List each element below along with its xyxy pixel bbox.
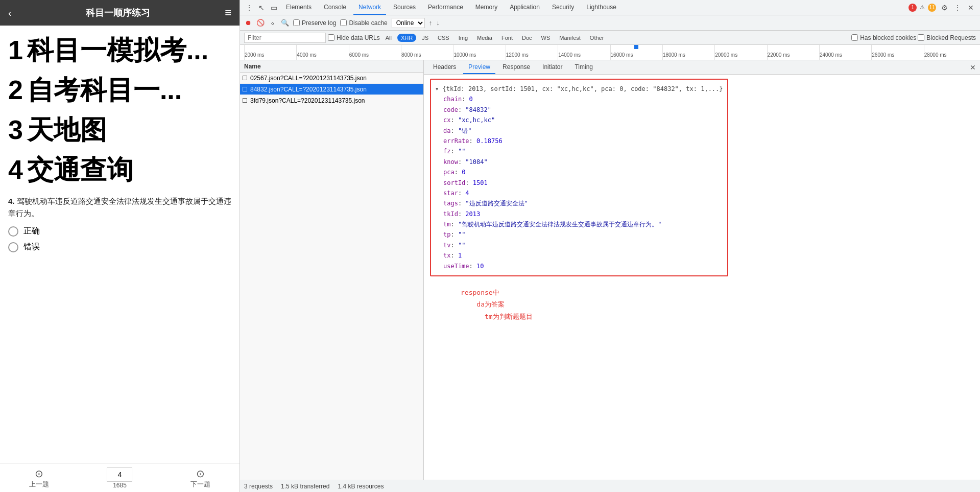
clear-button[interactable]: 🚫 xyxy=(256,19,265,27)
blocked-requests-checkbox[interactable]: Blocked Requests xyxy=(918,34,976,41)
prev-label: 上一题 xyxy=(29,480,49,489)
hide-data-urls-input[interactable] xyxy=(328,34,334,41)
tab-security[interactable]: Security xyxy=(547,0,579,15)
record-button[interactable]: ⏺ xyxy=(244,19,252,27)
devtools-tabbar: ⋮ ↖ ▭ Elements Console Network Sources P… xyxy=(240,0,980,15)
question-text: 4. 驾驶机动车违反道路交通安全法律法规发生交通事故属于交通违章行为。 xyxy=(8,195,231,220)
tab-elements[interactable]: Elements xyxy=(281,0,317,15)
preserve-log-label: Preserve log xyxy=(302,19,336,27)
menu-item-3[interactable]: 3天地图 xyxy=(8,110,231,150)
filter-font[interactable]: Font xyxy=(498,34,516,42)
requests-count: 3 requests xyxy=(244,483,273,490)
menu-item-4[interactable]: 4交通查询 xyxy=(8,150,231,190)
detail-tab-headers[interactable]: Headers xyxy=(428,60,461,74)
detail-tab-initiator[interactable]: Initiator xyxy=(537,60,567,74)
question-number: 4. xyxy=(8,197,15,205)
filter-css[interactable]: CSS xyxy=(434,34,453,42)
disable-cache-checkbox[interactable]: Disable cache xyxy=(340,19,387,27)
error-badge: 1 xyxy=(909,4,917,12)
page-input[interactable] xyxy=(107,467,132,482)
filter-js[interactable]: JS xyxy=(418,34,432,42)
detail-tab-response[interactable]: Response xyxy=(497,60,535,74)
search-button[interactable]: 🔍 xyxy=(281,19,289,27)
devtools-dock-icon[interactable]: ⋮ xyxy=(244,3,254,13)
tick-18000: 18000 ms xyxy=(662,45,714,60)
hide-data-urls-checkbox[interactable]: Hide data URLs xyxy=(328,34,380,41)
request-row-3[interactable]: ☐ 3fd79.json?CALL=?20201231143735.json xyxy=(240,95,423,106)
back-icon[interactable]: ‹ xyxy=(8,7,12,19)
tab-performance[interactable]: Performance xyxy=(423,0,468,15)
menu-num-3: 3 xyxy=(8,115,23,145)
json-field-chain: chain: 0 xyxy=(443,94,723,104)
annotation-line2: da为答案 xyxy=(461,298,974,310)
devtools-device-icon[interactable]: ▭ xyxy=(269,3,279,13)
filter-all[interactable]: All xyxy=(382,34,395,42)
tab-sources[interactable]: Sources xyxy=(388,0,421,15)
json-field-know: know: "1084" xyxy=(443,157,723,167)
name-column-header: Name xyxy=(244,63,261,70)
disable-cache-label: Disable cache xyxy=(349,19,387,27)
warning-badge: 11 xyxy=(928,4,936,12)
filter-img[interactable]: Img xyxy=(455,34,471,42)
mobile-app-panel: ‹ 科目一顺序练习 ≡ 1科目一模拟考... 2自考科目一... 3天地图 4交… xyxy=(0,0,240,492)
json-field-tm: tm: "驾驶机动车违反道路交通安全法律法规发生交通事故属于交通违章行为。" xyxy=(443,219,723,229)
radio-wrong[interactable] xyxy=(8,242,18,252)
tab-application[interactable]: Application xyxy=(505,0,545,15)
menu-num-4: 4 xyxy=(8,155,23,184)
tab-network[interactable]: Network xyxy=(353,0,386,15)
request-row-2[interactable]: ☐ 84832.json?CALL=?20201231143735.json xyxy=(240,84,423,95)
blocked-requests-input[interactable] xyxy=(918,34,924,41)
prev-button[interactable]: ⊙ 上一题 xyxy=(29,467,49,489)
detail-close-button[interactable]: ✕ xyxy=(970,63,976,72)
option-wrong[interactable]: 错误 xyxy=(8,242,231,252)
detail-tab-preview[interactable]: Preview xyxy=(463,60,495,74)
throttle-select[interactable]: Online xyxy=(392,18,425,28)
json-field-tx: tx: 1 xyxy=(443,250,723,261)
more-icon[interactable]: ⋮ xyxy=(952,3,963,13)
tick-14000: 14000 ms xyxy=(558,45,610,60)
tick-28000: 28000 ms xyxy=(924,45,976,60)
menu-icon[interactable]: ≡ xyxy=(225,6,231,19)
json-field-usetime: useTime: 10 xyxy=(443,261,723,271)
request-list: Name ☐ 02567.json?CALL=?20201231143735.j… xyxy=(240,60,424,480)
filter-manifest[interactable]: Manifest xyxy=(556,34,584,42)
json-field-pca: pca: 0 xyxy=(443,167,723,177)
dock-icon[interactable]: ✕ xyxy=(966,3,976,13)
preserve-log-input[interactable] xyxy=(293,19,300,26)
question-section: 4. 驾驶机动车违反道路交通安全法律法规发生交通事故属于交通违章行为。 正确 错… xyxy=(8,195,231,252)
has-blocked-cookies-label: Has blocked cookies xyxy=(860,34,916,41)
annotation-box: response中 da为答案 tm为判断题题目 xyxy=(461,287,974,322)
download-icon[interactable]: ↓ xyxy=(436,19,440,27)
json-field-tkid: tkId: 2013 xyxy=(443,209,723,219)
has-blocked-cookies-checkbox[interactable]: Has blocked cookies xyxy=(851,34,916,41)
request-row-1[interactable]: ☐ 02567.json?CALL=?20201231143735.json xyxy=(240,73,423,84)
json-container: ▾ {tkId: 2013, sortId: 1501, cx: "xc,hc,… xyxy=(430,79,728,276)
radio-correct[interactable] xyxy=(8,226,18,237)
has-blocked-cookies-input[interactable] xyxy=(851,34,858,41)
detail-panel: Headers Preview Response Initiator Timin… xyxy=(424,60,980,480)
filter-xhr[interactable]: XHR xyxy=(397,34,416,42)
json-field-sortid: sortId: 1501 xyxy=(443,178,723,188)
filter-media[interactable]: Media xyxy=(473,34,496,42)
devtools-inspect-icon[interactable]: ↖ xyxy=(256,3,267,13)
filter-toggle-button[interactable]: ⬦ xyxy=(269,19,277,27)
tab-lighthouse[interactable]: Lighthouse xyxy=(581,0,622,15)
tab-memory[interactable]: Memory xyxy=(470,0,503,15)
filter-doc[interactable]: Doc xyxy=(518,34,536,42)
preserve-log-checkbox[interactable]: Preserve log xyxy=(293,19,336,27)
disable-cache-input[interactable] xyxy=(340,19,347,26)
upload-icon[interactable]: ↑ xyxy=(429,19,433,27)
filter-other[interactable]: Other xyxy=(586,34,608,42)
detail-tab-timing[interactable]: Timing xyxy=(569,60,598,74)
filter-input[interactable] xyxy=(244,33,326,43)
tab-console[interactable]: Console xyxy=(319,0,351,15)
menu-item-2[interactable]: 2自考科目一... xyxy=(8,71,231,110)
tick-6000: 6000 ms xyxy=(349,45,401,60)
option-correct[interactable]: 正确 xyxy=(8,226,231,237)
menu-item-1[interactable]: 1科目一模拟考... xyxy=(8,31,231,71)
settings-icon[interactable]: ⚙ xyxy=(939,3,949,13)
filter-ws[interactable]: WS xyxy=(538,34,554,42)
menu-text-1: 科目一模拟考... xyxy=(27,35,208,65)
has-blocked-section: Has blocked cookies Blocked Requests xyxy=(851,34,976,41)
next-button[interactable]: ⊙ 下一题 xyxy=(190,467,210,489)
